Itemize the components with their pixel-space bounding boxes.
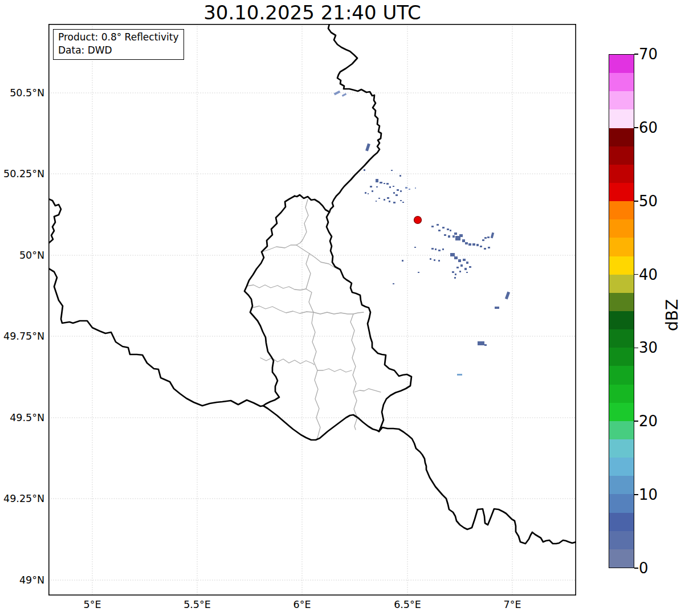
colorbar-segment: [609, 421, 634, 439]
radar-echo: [393, 186, 394, 187]
region-border: [252, 306, 313, 313]
radar-echo: [334, 91, 341, 96]
colorbar-segment: [609, 439, 634, 458]
radar-echo: [454, 256, 458, 259]
radar-echo: [400, 200, 402, 201]
info-box: Product: 0.8° Reflectivity Data: DWD: [53, 29, 184, 60]
colorbar-segment: [609, 109, 634, 128]
radar-echo: [447, 229, 449, 230]
radar-echo: [393, 202, 395, 203]
radar-echo: [378, 198, 380, 199]
colorbar-segment: [609, 385, 634, 403]
radar-echo: [459, 234, 463, 237]
country-border: [327, 212, 411, 431]
colorbar-segment: [609, 219, 634, 238]
radar-echo: [409, 189, 410, 190]
radar-echo: [448, 235, 450, 238]
radar-echo: [368, 193, 369, 194]
radar-echo: [430, 258, 431, 260]
radar-echo: [442, 248, 444, 250]
radar-echo: [484, 344, 487, 346]
colorbar-segment: [609, 348, 634, 366]
radar-echo: [438, 260, 440, 262]
radar-echo: [438, 250, 441, 251]
region-border: [260, 358, 314, 365]
colorbar-segment: [609, 403, 634, 421]
radar-echo: [463, 259, 466, 261]
radar-echo: [450, 253, 455, 256]
colorbar-segment: [609, 201, 634, 219]
radar-echo: [400, 190, 402, 192]
colorbar-segment: [609, 366, 634, 384]
colorbar-segment: [609, 165, 634, 183]
info-data-line: Data: DWD: [58, 44, 179, 57]
radar-echo: [482, 239, 484, 241]
colorbar-segment: [609, 513, 634, 531]
radar-echo: [414, 247, 416, 248]
radar-echo: [435, 248, 437, 250]
radar-echo: [431, 226, 434, 227]
lat-tick-label: 49.25°N: [0, 492, 44, 505]
lon-tick-label: 7°E: [487, 598, 538, 611]
radar-echo: [387, 197, 389, 199]
radar-echo: [434, 259, 435, 261]
colorbar-segment: [609, 275, 634, 293]
radar-echo: [384, 199, 385, 201]
region-border: [306, 254, 313, 312]
country-border: [48, 199, 61, 243]
radar-echo: [391, 170, 393, 171]
region-border: [262, 245, 337, 269]
colorbar-unit-label: dBZ: [663, 299, 682, 331]
lon-tick-label: 6.5°E: [382, 598, 433, 611]
colorbar-tick-label: 20: [639, 412, 673, 430]
radar-echo: [389, 186, 391, 188]
info-product-line: Product: 0.8° Reflectivity: [58, 31, 179, 44]
colorbar-segment: [609, 458, 634, 476]
colorbar-tick-label: 40: [639, 266, 673, 284]
colorbar: [609, 54, 634, 568]
radar-echo: [491, 232, 494, 239]
colorbar-tick-mark: [634, 127, 638, 128]
colorbar-tick-mark: [634, 494, 638, 495]
radar-echo: [395, 194, 398, 196]
radar-echo: [450, 230, 451, 231]
colorbar-tick-mark: [634, 421, 638, 422]
colorbar-segment: [609, 256, 634, 275]
radar-figure: 30.10.2025 21:40 UTC Product: 0.8° Refle…: [0, 0, 685, 616]
lat-tick-label: 50.25°N: [0, 168, 44, 180]
country-border: [263, 406, 379, 440]
radar-echo: [376, 179, 378, 182]
radar-echo: [454, 277, 456, 279]
colorbar-segment: [609, 531, 634, 549]
region-border: [354, 389, 381, 392]
lon-tick-label: 5°E: [67, 598, 118, 611]
colorbar-segment: [609, 183, 634, 201]
colorbar-tick-mark: [634, 201, 638, 202]
radar-echo: [458, 259, 461, 262]
radar-echo: [384, 183, 385, 184]
radar-echo: [342, 93, 346, 96]
radar-echo: [472, 243, 475, 246]
radar-echo: [397, 189, 399, 191]
colorbar-tick-mark: [634, 54, 638, 55]
radar-echo: [487, 236, 490, 238]
radar-echo: [495, 307, 499, 309]
radar-echo: [365, 192, 366, 194]
radar-echo: [438, 230, 441, 231]
map-area: Product: 0.8° Reflectivity Data: DWD: [48, 24, 576, 595]
radar-echo: [364, 169, 365, 171]
region-border: [350, 314, 357, 430]
radar-echo: [431, 248, 434, 250]
region-border: [317, 369, 352, 372]
region-border: [312, 312, 320, 439]
lon-tick-label: 5.5°E: [172, 598, 223, 611]
radar-echo: [437, 224, 439, 226]
radar-echo: [457, 374, 462, 376]
colorbar-segment: [609, 55, 634, 73]
colorbar-segment: [609, 73, 634, 91]
radar-echo: [442, 227, 445, 229]
radar-echo: [505, 292, 510, 300]
radar-echo: [444, 234, 446, 236]
radar-echo: [399, 175, 401, 177]
radar-echo: [462, 239, 465, 242]
